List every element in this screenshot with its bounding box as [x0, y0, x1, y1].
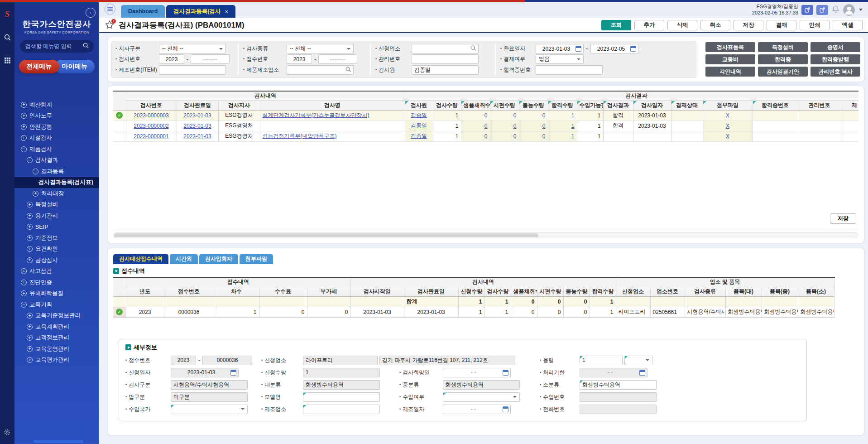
minus-icon[interactable]: − — [21, 302, 27, 308]
inspection-no-serial-input[interactable] — [191, 54, 230, 64]
sidebar-menu-item[interactable]: +예산회계 — [14, 99, 99, 111]
calendar-icon[interactable] — [575, 46, 581, 52]
hamburger-menu-icon[interactable] — [105, 4, 115, 14]
menu-search-input[interactable] — [24, 43, 80, 50]
bell-icon[interactable] — [831, 5, 840, 15]
hope-date-field[interactable]: - - — [443, 368, 511, 377]
manufacturer-input[interactable] — [289, 66, 345, 73]
sidebar-menu-item[interactable]: −제품검사 — [14, 144, 99, 155]
calendar-icon[interactable] — [639, 370, 645, 376]
grid-cell-link[interactable]: 2023-0000003 — [134, 112, 168, 119]
plus-icon[interactable]: + — [21, 113, 27, 119]
plus-icon[interactable]: + — [21, 102, 27, 108]
sidebar-horizontal-scrollbar[interactable] — [34, 440, 83, 443]
my-menu-button[interactable]: 마이메뉴 — [55, 60, 95, 73]
sidebar-menu-item[interactable]: +처리대장 — [14, 188, 99, 199]
sidebar-menu-item[interactable]: +요건확인 — [14, 244, 99, 255]
receipt-no-serial-input[interactable] — [318, 54, 357, 64]
plus-icon[interactable]: + — [27, 335, 33, 341]
copy-manage-no-button[interactable]: 관리번호 복사 — [810, 67, 860, 77]
grid-cell-link[interactable]: 0 — [513, 133, 517, 140]
sidebar-menu-item[interactable]: +안전공통 — [14, 121, 99, 133]
sidebar-menu-item[interactable]: +공장심사 — [14, 255, 99, 266]
sidebar-menu-item[interactable]: +교육기준정보관리 — [14, 310, 99, 322]
cancel-button[interactable]: 취소 — [700, 20, 730, 30]
minus-icon[interactable]: − — [21, 146, 27, 152]
inspect-class-input[interactable] — [171, 380, 248, 390]
inspection-sheet-button[interactable]: 검사표등록 — [705, 42, 755, 52]
inspector-input[interactable] — [412, 65, 479, 75]
sidebar-menu-item[interactable]: +SEIP — [14, 222, 99, 233]
plus-icon[interactable]: + — [27, 324, 33, 330]
item-no-input[interactable] — [159, 65, 226, 75]
app-grid-icon[interactable] — [4, 57, 11, 65]
phone-input[interactable] — [580, 405, 657, 414]
apply-qty-input[interactable] — [303, 368, 380, 377]
plus-icon[interactable]: + — [27, 313, 33, 319]
grid-cell-link[interactable]: 1 — [571, 112, 575, 119]
model-name-input[interactable] — [303, 392, 380, 402]
print-button[interactable]: 인쇄 — [800, 20, 830, 30]
plus-icon[interactable]: + — [27, 246, 33, 252]
complete-date-to[interactable]: 2023-02-05 — [590, 44, 638, 53]
table-row[interactable]: 2023-00000012023-01-03ESG경영처성능검정기록부(내압방폭… — [113, 131, 858, 141]
delete-button[interactable]: 삭제 — [667, 20, 697, 30]
table-row[interactable]: 2023-00000022023-01-03ESG경영처김종일100011합격2… — [113, 121, 858, 131]
grid-cell-link[interactable]: 0 — [542, 112, 546, 119]
grid-cell-link[interactable]: X — [726, 133, 729, 140]
calendar-icon[interactable] — [503, 370, 508, 376]
inspection-no-year-input[interactable] — [159, 54, 184, 64]
capacity-unit-select[interactable] — [624, 356, 652, 365]
avatar[interactable] — [843, 4, 855, 16]
complete-date-from[interactable]: 2023-01-03 — [536, 44, 584, 53]
sidebar-menu-item[interactable]: +진단인증 — [14, 277, 99, 288]
detail-save-button[interactable]: 저장 — [830, 213, 856, 224]
popout-window-button[interactable] — [801, 5, 813, 15]
transport-fee-button[interactable]: 교통비 — [705, 54, 755, 64]
sidebar-menu-item[interactable]: +용기관리 — [14, 210, 99, 222]
detail-receipt-year-input[interactable] — [171, 356, 196, 365]
grid-cell-link[interactable]: 김종일 — [411, 122, 427, 129]
sidebar-menu-item[interactable]: −교육기획 — [14, 299, 99, 310]
detail-applicant-name-input[interactable] — [303, 356, 378, 365]
grid-cell-link[interactable]: 2023-01-03 — [183, 112, 211, 119]
gear-icon[interactable] — [3, 428, 11, 438]
minus-icon[interactable]: − — [27, 157, 33, 163]
certificate-button[interactable]: 증명서 — [810, 42, 860, 52]
detail-tab[interactable]: 검사대상접수내역 — [113, 254, 168, 264]
pass-cert-no-input[interactable] — [536, 65, 603, 75]
search-icon[interactable] — [4, 34, 11, 43]
calendar-icon[interactable] — [230, 370, 236, 376]
apply-date-field[interactable]: 2023-01-03 — [171, 368, 239, 377]
plus-icon[interactable]: + — [33, 191, 38, 197]
special-equipment-button[interactable]: 특정설비 — [758, 42, 808, 52]
search-button[interactable]: 조회 — [601, 20, 631, 30]
inspection-type-select[interactable]: -- 전체 -- — [287, 44, 354, 53]
search-icon[interactable] — [82, 42, 89, 50]
sidebar-menu-item[interactable]: +시설검사 — [14, 133, 99, 144]
plus-icon[interactable]: + — [27, 224, 33, 230]
plus-icon[interactable]: + — [27, 235, 33, 241]
make-date-field[interactable]: - - — [443, 405, 511, 414]
grid-cell-link[interactable]: 김종일 — [411, 112, 427, 118]
import-yn-select[interactable] — [443, 392, 520, 402]
top-tab[interactable]: 검사결과등록(검사× — [166, 5, 235, 18]
category-large-input[interactable] — [303, 380, 380, 390]
plus-icon[interactable]: + — [21, 280, 27, 285]
sidebar-menu-item[interactable]: −결과등록 — [14, 166, 99, 177]
grid-cell-link[interactable]: 2023-01-03 — [183, 133, 211, 140]
deadline-field[interactable]: - - — [580, 368, 647, 377]
plus-icon[interactable]: + — [27, 257, 33, 263]
sidebar-menu-item[interactable]: +특정설비 — [14, 199, 99, 211]
import-no-input[interactable] — [580, 392, 657, 402]
branch-select[interactable]: -- 전체 -- — [159, 44, 226, 53]
capacity-input[interactable] — [580, 356, 623, 365]
detail-tab[interactable]: 시간외 — [170, 254, 198, 264]
grid-cell-link[interactable]: 1 — [571, 133, 575, 140]
sidebar-menu-item[interactable]: +인사노무 — [14, 111, 99, 122]
grid-cell-link[interactable]: 0 — [513, 112, 517, 119]
detail-applicant-address-input[interactable] — [379, 356, 515, 365]
top-tab[interactable]: Dashboard — [121, 5, 165, 18]
grid-cell-link[interactable]: X — [726, 123, 729, 129]
detail-tab[interactable]: 검사입회자 — [199, 254, 238, 264]
